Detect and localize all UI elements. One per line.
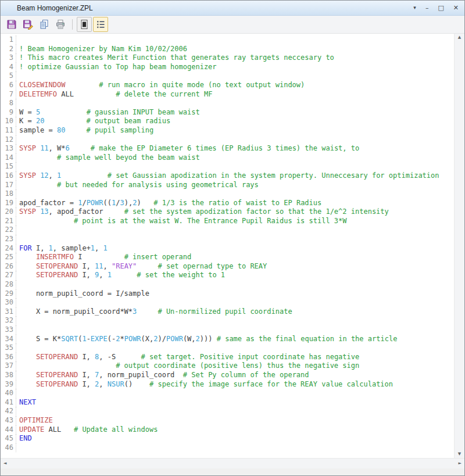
line-number: 31 [1,307,16,317]
line-number: 45 [1,434,16,443]
code-text [16,35,19,45]
line-number: 42 [1,407,16,416]
code-line: 31 X = norm_pupil_coord*W*3 # Un-normili… [1,307,454,317]
code-line: 38 SETOPERAND I, 7, norm_pupil_coord # S… [1,371,454,380]
code-text: SETOPERAND I, 9, 1 # set the weight to 1 [16,271,225,280]
horizontal-scrollbar[interactable]: ◄ ► [1,458,464,468]
code-line: 40 [1,389,454,398]
line-number: 25 [1,253,16,262]
code-text: # point is at the waist W. The Entrance … [16,217,347,226]
code-text: K = 20 # output beam radius [16,117,170,126]
code-line: 33 [1,325,454,335]
code-line: 7DELETEMFO ALL # delete the current MF [1,90,454,99]
line-number: 6 [1,81,16,90]
line-number: 26 [1,262,16,271]
line-number: 19 [1,199,16,208]
copy-button[interactable] [37,17,52,32]
code-line: 1 [1,35,454,45]
save-button[interactable] [4,17,19,32]
line-number: 20 [1,207,16,217]
code-text [16,226,19,235]
code-line: 25 INSERTMFO I # insert operand [1,253,454,262]
code-text [16,135,19,145]
code-text: # output coordinate (positive lens) thus… [16,362,359,371]
editor-area[interactable]: 12! Beam Homogenizer by Nam Kim 10/02/20… [1,34,464,458]
scroll-right-icon[interactable]: ► [459,461,462,466]
save-as-icon [23,19,33,30]
line-number: 3 [1,53,16,63]
line-number: 9 [1,108,16,117]
code-text: SETOPERAND I, 2, NSUR() # specify the im… [16,380,393,389]
code-text: W = 5 # gaussian INPUT beam waist [16,108,200,117]
window-menu-icon[interactable]: ▾ [413,5,416,11]
code-text: SYSP 13, apod_factor # set the system ap… [16,207,389,217]
minimize-icon[interactable]: – [425,5,429,11]
line-numbers-button[interactable] [93,17,108,32]
line-number: 37 [1,362,16,371]
code-text [16,280,19,289]
scroll-down-icon[interactable]: ▼ [458,452,461,456]
line-number: 46 [1,443,16,453]
code-text: OPTIMIZE [16,416,53,425]
line-number: 44 [1,425,16,435]
print-button[interactable] [53,17,68,32]
code-text [16,443,19,453]
scroll-up-icon[interactable]: ▲ [458,35,461,40]
window-title: Beam Homogenizer.ZPL [17,4,413,12]
line-number: 1 [1,35,16,45]
vertical-scrollbar[interactable]: ▲ ▼ [454,34,464,458]
line-number: 36 [1,353,16,362]
close-icon[interactable]: ✕ [453,5,459,11]
line-number: 23 [1,235,16,244]
code-text [16,316,19,325]
code-line: 12 [1,135,454,145]
line-number: 43 [1,416,16,425]
code-lines[interactable]: 12! Beam Homogenizer by Nam Kim 10/02/20… [1,34,454,458]
code-line: 19apod_factor = 1/POWR((1/3),2) # 1/3 is… [1,199,454,208]
line-number: 16 [1,171,16,181]
scroll-left-icon[interactable]: ◄ [3,461,6,466]
window-bottom-edge [1,468,464,475]
code-text [16,162,19,171]
code-text [16,71,19,81]
line-number: 33 [1,325,16,335]
code-line: 2! Beam Homogenizer by Nam Kim 10/02/200… [1,45,454,54]
code-line: 46 [1,443,454,453]
code-line: 11sample = 80 # pupil sampling [1,126,454,135]
code-text [16,343,19,353]
code-line: 8 [1,99,454,108]
code-line: 44UPDATE ALL # Update all windows [1,425,454,435]
code-line: 29 norm_pupil_coord = I/sample [1,289,454,299]
line-number: 41 [1,398,16,407]
line-number: 7 [1,90,16,99]
title-bar[interactable]: Beam Homogenizer.ZPL ▾ – □ ✕ [1,1,464,16]
code-line: 21 # point is at the waist W. The Entran… [1,217,454,226]
line-number: 34 [1,335,16,344]
maximize-icon[interactable]: □ [438,5,443,11]
code-text: apod_factor = 1/POWR((1/3),2) # 1/3 is t… [16,199,321,208]
text-window-icon [79,19,90,30]
code-line: 39 SETOPERAND I, 2, NSUR() # specify the… [1,380,454,389]
line-number: 18 [1,189,16,199]
line-number: 22 [1,226,16,235]
print-icon [55,19,66,30]
code-text [16,99,19,108]
code-text: UPDATE ALL # Update all windows [16,425,158,435]
code-text: CLOSEWINDOW # run macro in quite mode (n… [16,81,305,90]
line-number: 11 [1,126,16,135]
line-number: 29 [1,289,16,299]
line-number: 12 [1,135,16,145]
line-number: 35 [1,343,16,353]
line-number: 2 [1,45,16,54]
code-line: 13SYSP 11, W*6 # make the EP Diameter 6 … [1,144,454,153]
code-text: NEXT [16,398,36,407]
code-text [16,389,19,398]
save-as-button[interactable] [20,17,35,32]
line-number: 30 [1,298,16,307]
code-text: DELETEMFO ALL # delete the current MF [16,90,212,99]
text-window-button[interactable] [77,17,92,32]
code-line: 16SYSP 12, 1 # set Gaussian apodization … [1,171,454,181]
code-line: 23 [1,235,454,244]
code-line: 30 [1,298,454,307]
toolbar [1,16,464,34]
